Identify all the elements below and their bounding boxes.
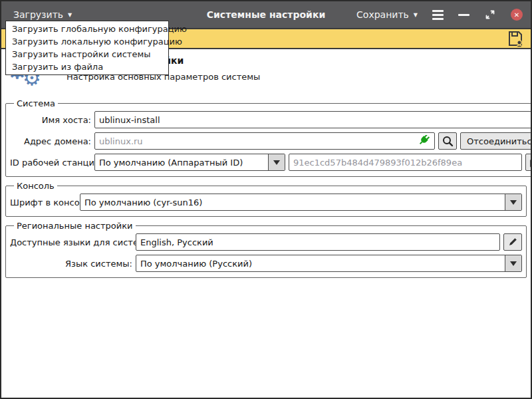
- station-id-mode-value: По умолчанию (Аппаратный ID): [99, 158, 243, 168]
- disconnect-button[interactable]: Отсоединиться: [460, 132, 532, 150]
- languages-row: Доступные языки для системы:: [10, 233, 522, 251]
- dropdown-arrow-button[interactable]: [268, 154, 285, 170]
- chevron-down-icon: ▼: [68, 13, 72, 18]
- load-menu-button[interactable]: Загрузить ▼: [13, 9, 72, 20]
- system-language-row: Язык системы: По умолчанию (Русский): [10, 255, 522, 272]
- station-id-field: [289, 154, 522, 171]
- titlebar-right-controls: Сохранить ▼ ✕: [356, 1, 523, 28]
- menu-item-load-system-settings[interactable]: Загрузить настройки системы: [6, 48, 168, 61]
- chevron-down-icon: [273, 160, 280, 165]
- save-settings-user-button[interactable]: [507, 30, 524, 47]
- station-id-row: ID рабочей станции: По умолчанию (Аппара…: [10, 154, 532, 171]
- languages-field: [136, 233, 500, 251]
- section-regional: Региональные настройки Доступные языки д…: [5, 221, 527, 278]
- console-font-label: Шрифт в консоли:: [10, 198, 76, 207]
- console-font-row: Шрифт в консоли: По умолчанию (cyr-sun16…: [10, 194, 522, 211]
- domain-field: [94, 132, 435, 150]
- copy-station-id-button[interactable]: [525, 154, 532, 171]
- domain-label: Адрес домена:: [10, 136, 91, 146]
- hostname-input[interactable]: [99, 115, 532, 125]
- system-language-select[interactable]: По умолчанию (Русский): [136, 255, 522, 272]
- chevron-down-icon: [510, 200, 517, 205]
- hostname-label: Имя хоста:: [10, 115, 91, 125]
- plug-connected-icon: [417, 135, 430, 147]
- section-system-legend: Система: [14, 98, 58, 108]
- station-id-label: ID рабочей станции:: [10, 158, 91, 168]
- dropdown-arrow-button[interactable]: [505, 194, 521, 210]
- section-regional-legend: Региональные настройки: [14, 221, 136, 231]
- close-button[interactable]: ✕: [511, 9, 523, 21]
- system-language-label: Язык системы:: [10, 259, 132, 269]
- console-font-value: По умолчанию (cyr-sun16): [84, 198, 202, 207]
- station-id-input[interactable]: [293, 158, 517, 168]
- system-language-value: По умолчанию (Русский): [140, 259, 252, 269]
- domain-row: Адрес домена:: [10, 132, 532, 150]
- chevron-down-icon: ▼: [414, 13, 418, 18]
- hamburger-menu-icon[interactable]: [432, 10, 444, 20]
- save-menu-button[interactable]: Сохранить ▼: [356, 9, 418, 20]
- edit-languages-button[interactable]: [503, 233, 522, 251]
- close-icon: ✕: [514, 11, 519, 19]
- hostname-field: [94, 111, 532, 128]
- dropdown-arrow-button[interactable]: [505, 255, 521, 271]
- maximize-button[interactable]: [484, 9, 496, 21]
- pencil-icon: [507, 236, 519, 248]
- domain-search-button[interactable]: [438, 132, 457, 150]
- minimize-button[interactable]: [458, 14, 469, 16]
- section-console-legend: Консоль: [14, 181, 57, 191]
- load-dropdown-menu: Загрузить глобальную конфигурацию Загруз…: [5, 21, 169, 75]
- section-console: Консоль Шрифт в консоли: По умолчанию (c…: [5, 181, 527, 217]
- domain-input[interactable]: [99, 136, 417, 146]
- languages-input[interactable]: [140, 237, 495, 247]
- copy-icon: [529, 156, 532, 168]
- chevron-down-icon: [510, 261, 517, 266]
- menu-item-load-from-file[interactable]: Загрузить из файла: [6, 61, 168, 73]
- menu-item-load-local-config[interactable]: Загрузить локальную конфигурацию: [6, 35, 168, 48]
- app-window: Загрузить ▼ Системные настройки Сохранит…: [0, 0, 532, 399]
- load-menu-label: Загрузить: [13, 9, 63, 20]
- console-font-select[interactable]: По умолчанию (cyr-sun16): [80, 194, 522, 211]
- save-menu-label: Сохранить: [356, 9, 409, 20]
- content-area: ⚙ ⚙ Системные настройки Настройка основн…: [1, 49, 531, 398]
- station-id-mode-select[interactable]: По умолчанию (Аппаратный ID): [94, 154, 285, 171]
- search-icon: [442, 135, 454, 147]
- hostname-row: Имя хоста:: [10, 111, 532, 128]
- section-system: Система Имя хоста: Адрес домена:: [5, 98, 532, 177]
- menu-item-load-global-config[interactable]: Загрузить глобальную конфигурацию: [6, 23, 168, 35]
- languages-label: Доступные языки для системы:: [10, 237, 132, 247]
